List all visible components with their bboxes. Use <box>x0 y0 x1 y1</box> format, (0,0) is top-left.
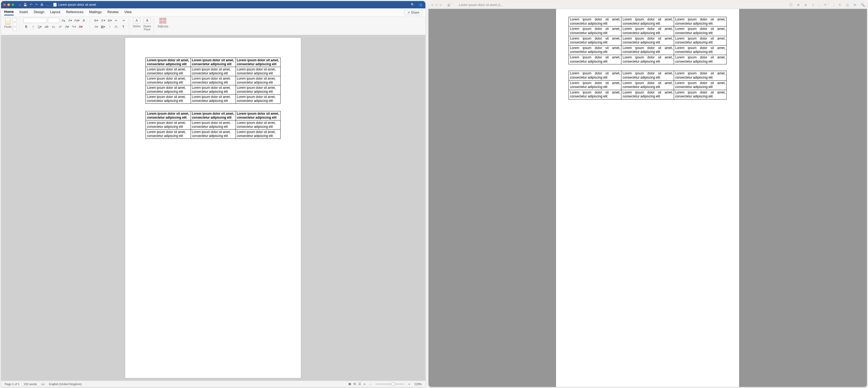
strike-icon[interactable]: ab <box>44 24 50 29</box>
italic-icon[interactable]: I <box>30 24 36 29</box>
zoom-in-icon[interactable]: + <box>408 383 410 386</box>
tab-review[interactable]: Review <box>107 10 119 15</box>
addins-icon[interactable] <box>159 18 166 24</box>
minimize-icon[interactable] <box>435 4 438 6</box>
font-size-combo[interactable] <box>48 18 59 23</box>
tab-layout[interactable]: Layout <box>50 10 60 15</box>
zoom-slider[interactable] <box>375 384 404 385</box>
copy-icon[interactable] <box>12 23 17 26</box>
table-cell[interactable]: Lorem ipsum dolor sit amet, consectetur … <box>146 67 191 76</box>
table-cell[interactable]: Lorem ipsum dolor sit amet, consectetur … <box>674 45 727 55</box>
word-table-2[interactable]: Lorem ipsum dolor sit amet, consectetur … <box>146 111 281 139</box>
tab-mailings[interactable]: Mailings <box>89 10 102 15</box>
paste-icon[interactable] <box>5 18 10 25</box>
table-cell[interactable]: Lorem ipsum dolor sit amet, consectetur … <box>621 36 674 45</box>
table-cell[interactable]: Lorem ipsum dolor sit amet, consectetur … <box>621 17 674 26</box>
table-cell[interactable]: Lorem ipsum dolor sit amet, consectetur … <box>191 85 236 94</box>
status-language[interactable]: English (United Kingdom) <box>49 383 82 386</box>
table-cell[interactable]: Lorem ipsum dolor sit amet, consectetur … <box>569 90 621 99</box>
account-icon[interactable]: 👥 <box>418 3 422 6</box>
document-area[interactable]: Lorem ipsum dolor sit amet, consectetur … <box>1 35 425 381</box>
borders-icon[interactable]: ▦▾ <box>100 24 106 29</box>
table-cell[interactable]: Lorem ipsum dolor sit amet, consectetur … <box>191 67 236 76</box>
table-cell[interactable]: Lorem ipsum dolor sit amet, consectetur … <box>236 129 281 139</box>
table-cell[interactable]: Lorem ipsum dolor sit amet, consectetur … <box>569 80 621 90</box>
table-cell[interactable]: Lorem ipsum dolor sit amet, consectetur … <box>146 120 191 129</box>
zoom-icon[interactable] <box>439 4 442 6</box>
focus-mode-icon[interactable]: ⧉ <box>354 382 356 386</box>
table-cell[interactable]: Lorem ipsum dolor sit amet, consectetur … <box>191 58 236 67</box>
search-icon[interactable]: 🔍 <box>861 3 865 7</box>
table-cell[interactable]: Lorem ipsum dolor sit amet, consectetur … <box>146 129 191 139</box>
table-cell[interactable]: Lorem ipsum dolor sit amet, consectetur … <box>236 67 281 76</box>
table-cell[interactable]: Lorem ipsum dolor sit amet, consectetur … <box>621 26 674 36</box>
table-cell[interactable]: Lorem ipsum dolor sit amet, consectetur … <box>236 120 281 129</box>
table-cell[interactable]: Lorem ipsum dolor sit amet, consectetur … <box>569 36 621 45</box>
multilevel-icon[interactable]: ≣▾ <box>107 18 113 23</box>
dec-indent-icon[interactable]: ⇤ <box>114 18 119 23</box>
table-cell[interactable]: Lorem ipsum dolor sit amet, consectetur … <box>146 58 191 67</box>
tab-home[interactable]: Home <box>4 10 13 16</box>
table-cell[interactable]: Lorem ipsum dolor sit amet, consectetur … <box>191 129 236 139</box>
table-cell[interactable]: Lorem ipsum dolor sit amet, consectetur … <box>569 17 621 26</box>
table-cell[interactable]: Lorem ipsum dolor sit amet, consectetur … <box>674 90 727 99</box>
close-icon[interactable] <box>431 4 434 6</box>
table-cell[interactable]: Lorem ipsum dolor sit amet, consectetur … <box>569 71 621 80</box>
table-cell[interactable]: Lorem ipsum dolor sit amet, consectetur … <box>191 76 236 85</box>
more-icon[interactable]: … <box>46 3 49 6</box>
table-cell[interactable]: Lorem ipsum dolor sit amet, consectetur … <box>674 80 727 90</box>
share-button[interactable]: ↗ Share <box>404 10 422 15</box>
numbering-icon[interactable]: ①▾ <box>100 18 106 23</box>
font-color-icon[interactable]: A▾ <box>78 24 84 29</box>
preview-titlebar[interactable]: ▥ ˅ Lorem ipsum dolor sit amet (1... ⓘ ⊕… <box>429 1 867 9</box>
zoom-in-icon[interactable]: ⊕ <box>797 3 800 7</box>
table-cell[interactable]: Lorem ipsum dolor sit amet, consectetur … <box>621 55 674 64</box>
sort-icon[interactable]: A↓ <box>114 24 119 29</box>
table-cell[interactable]: Lorem ipsum dolor sit amet, consectetur … <box>191 94 236 104</box>
web-layout-icon[interactable]: ☰ <box>358 382 361 386</box>
status-words[interactable]: 192 words <box>24 383 37 386</box>
clear-format-icon[interactable]: A̷ <box>81 18 87 23</box>
table-cell[interactable]: Lorem ipsum dolor sit amet, consectetur … <box>674 55 727 64</box>
word-table-1[interactable]: Lorem ipsum dolor sit amet, consectetur … <box>146 58 281 104</box>
minimize-icon[interactable] <box>7 3 10 6</box>
share-icon[interactable]: ⇪ <box>812 3 814 7</box>
subscript-icon[interactable]: x₂ <box>51 24 56 29</box>
styles-gallery-icon[interactable] <box>133 18 140 24</box>
font-name-combo[interactable] <box>23 18 47 23</box>
print-layout-icon[interactable]: ▦ <box>348 382 351 386</box>
tab-insert[interactable]: Insert <box>19 10 28 15</box>
zoom-out-icon[interactable]: − <box>370 383 371 386</box>
sidebar-icon[interactable]: ▥ ˅ <box>447 3 453 7</box>
crop-icon[interactable]: ◫ <box>846 3 849 7</box>
table-cell[interactable]: Lorem ipsum dolor sit amet, consectetur … <box>674 17 727 26</box>
superscript-icon[interactable]: x² <box>57 24 63 29</box>
redo-icon[interactable]: ↷ <box>35 3 38 6</box>
search-icon[interactable]: 🔍 <box>411 3 415 6</box>
zoom-level[interactable]: 120% <box>414 383 422 386</box>
table-cell[interactable]: Lorem ipsum dolor sit amet, consectetur … <box>236 58 281 67</box>
table-cell[interactable]: Lorem ipsum dolor sit amet, consectetur … <box>236 111 281 120</box>
line-spacing-icon[interactable]: ↕ <box>107 24 113 29</box>
cut-icon[interactable] <box>12 18 17 22</box>
inc-indent-icon[interactable]: ⇥ <box>120 18 126 23</box>
table-cell[interactable]: Lorem ipsum dolor sit amet, consectetur … <box>569 45 621 55</box>
print-icon[interactable]: 🖶 <box>40 3 43 6</box>
table-cell[interactable]: Lorem ipsum dolor sit amet, consectetur … <box>191 111 236 120</box>
table-cell[interactable]: Lorem ipsum dolor sit amet, consectetur … <box>236 85 281 94</box>
status-page[interactable]: Page 1 of 1 <box>5 383 19 386</box>
change-case-icon[interactable]: Aa▾ <box>74 18 80 23</box>
table-cell[interactable]: Lorem ipsum dolor sit amet, consectetur … <box>146 85 191 94</box>
table-cell[interactable]: Lorem ipsum dolor sit amet, consectetur … <box>621 71 674 80</box>
bold-icon[interactable]: B <box>23 24 29 29</box>
align-left-icon[interactable]: ≡▾ <box>93 24 99 29</box>
text-effects-icon[interactable]: A▾ <box>64 24 70 29</box>
form-icon[interactable]: ✉︎ <box>854 3 856 7</box>
table-cell[interactable]: Lorem ipsum dolor sit amet, consectetur … <box>146 76 191 85</box>
zoom-out-icon[interactable]: ⊖ <box>804 3 807 7</box>
table-cell[interactable]: Lorem ipsum dolor sit amet, consectetur … <box>674 36 727 45</box>
table-cell[interactable]: Lorem ipsum dolor sit amet, consectetur … <box>674 71 727 80</box>
home-icon[interactable]: ⌂ <box>19 3 21 6</box>
table-cell[interactable]: Lorem ipsum dolor sit amet, consectetur … <box>621 80 674 90</box>
word-titlebar[interactable]: ⌂ 💾 ↶ ↷ 🖶 … Lorem ipsum dolor sit amet 🔍… <box>1 1 425 8</box>
